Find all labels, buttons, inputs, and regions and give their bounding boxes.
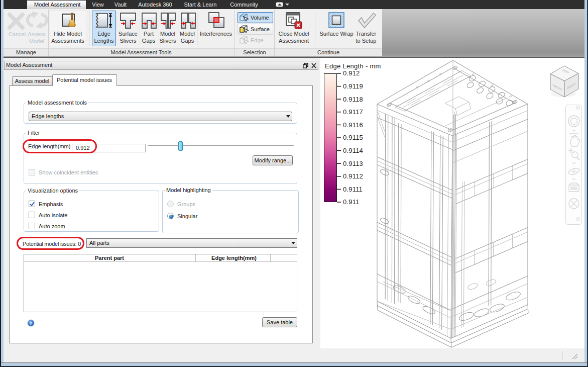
svg-text:?: ? <box>30 320 33 326</box>
